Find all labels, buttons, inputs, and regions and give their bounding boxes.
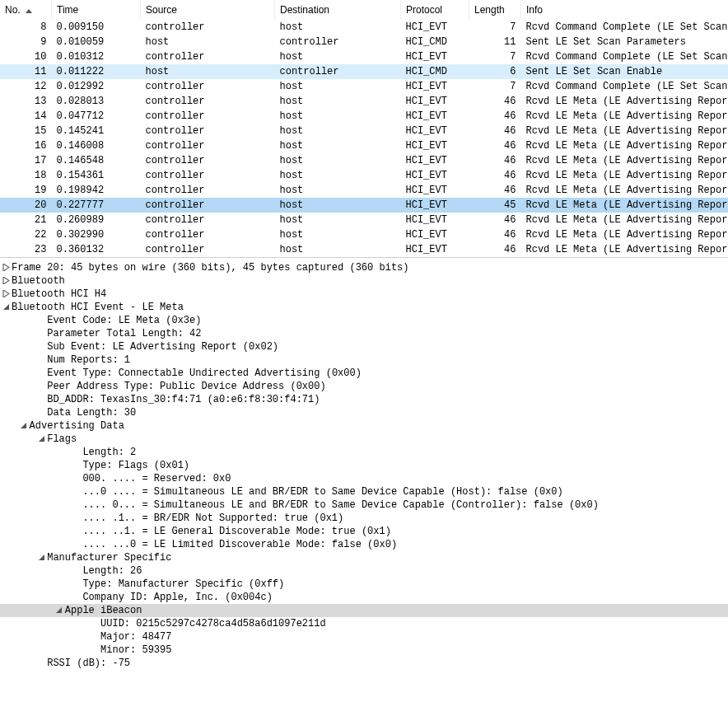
cell-protocol: HCI_EVT [401, 20, 469, 35]
cell-protocol: HCI_EVT [401, 242, 469, 257]
cell-time: 0.146548 [52, 153, 141, 168]
chevron-down-icon[interactable] [54, 604, 65, 617]
tree-leaf: UUID: 0215c5297c4278ca4d58a6d1097e211d [0, 617, 728, 630]
tree-leaf: .... ...0 = LE Limited Discoverable Mode… [0, 538, 728, 551]
cell-destination: host [275, 79, 401, 94]
tree-leaf: BD_ADDR: TexasIns_30:f4:71 (a0:e6:f8:30:… [0, 393, 728, 406]
chevron-down-icon[interactable] [35, 551, 47, 564]
cell-no: 19 [0, 183, 52, 198]
packet-row[interactable]: 150.145241controllerhostHCI_EVT46Rcvd LE… [0, 124, 728, 138]
packet-row[interactable]: 130.028013controllerhostHCI_EVT46Rcvd LE… [0, 94, 728, 109]
cell-length: 46 [469, 183, 521, 198]
tree-branch[interactable]: Bluetooth HCI H4 [0, 288, 728, 301]
tree-label: Num Reports: 1 [47, 354, 130, 366]
packet-row[interactable]: 230.360132controllerhostHCI_EVT46Rcvd LE… [0, 242, 728, 257]
tree-leaf: Length: 2 [0, 446, 728, 459]
cell-protocol: HCI_EVT [401, 138, 469, 153]
packet-row[interactable]: 190.198942controllerhostHCI_EVT46Rcvd LE… [0, 183, 728, 198]
cell-destination: host [275, 242, 401, 257]
tree-branch[interactable]: Bluetooth [0, 274, 728, 288]
packet-row[interactable]: 210.260989controllerhostHCI_EVT46Rcvd LE… [0, 213, 728, 227]
chevron-right-icon[interactable] [0, 261, 12, 274]
cell-destination: controller [275, 35, 401, 49]
cell-no: 20 [0, 198, 52, 213]
packet-row[interactable]: 90.010059hostcontrollerHCI_CMD11Sent LE … [0, 35, 728, 49]
tree-branch[interactable]: Flags [0, 433, 728, 446]
tree-branch[interactable]: Apple iBeacon [0, 604, 728, 617]
packet-details-pane[interactable]: Frame 20: 45 bytes on wire (360 bits), 4… [0, 258, 728, 673]
tree-branch[interactable]: Advertising Data [0, 419, 728, 433]
tree-branch[interactable]: Bluetooth HCI Event - LE Meta [0, 301, 728, 314]
tree-leaf: .... ..1. = LE General Discoverable Mode… [0, 525, 728, 538]
tree-label: Peer Address Type: Public Device Address… [47, 381, 325, 392]
cell-no: 16 [0, 138, 52, 153]
cell-length: 45 [469, 198, 521, 213]
tree-label: .... .1.. = BR/EDR Not Supported: true (… [82, 512, 343, 524]
chevron-down-icon[interactable] [18, 419, 30, 433]
cell-protocol: HCI_EVT [401, 227, 469, 242]
cell-time: 0.227777 [52, 198, 141, 213]
cell-source: controller [141, 183, 275, 198]
cell-source: controller [141, 198, 275, 213]
cell-source: host [141, 64, 275, 79]
chevron-down-icon[interactable] [35, 433, 47, 446]
tree-label: Flags [47, 433, 77, 445]
tree-label: Parameter Total Length: 42 [47, 328, 201, 339]
cell-no: 12 [0, 79, 52, 94]
packet-row[interactable]: 220.302990controllerhostHCI_EVT46Rcvd LE… [0, 227, 728, 242]
chevron-down-icon[interactable] [0, 301, 12, 314]
tree-label: ...0 .... = Simultaneous LE and BR/EDR t… [82, 486, 562, 498]
packet-row[interactable]: 160.146008controllerhostHCI_EVT46Rcvd LE… [0, 138, 728, 153]
tree-label: Bluetooth [12, 275, 65, 287]
cell-no: 23 [0, 242, 52, 257]
cell-time: 0.302990 [52, 227, 141, 242]
tree-label: Minor: 59395 [100, 644, 171, 656]
tree-label: Sub Event: LE Advertising Report (0x02) [47, 341, 278, 353]
column-header-no[interactable]: No. [0, 0, 52, 20]
cell-time: 0.012992 [52, 79, 141, 94]
tree-branch[interactable]: Frame 20: 45 bytes on wire (360 bits), 4… [0, 261, 728, 274]
tree-leaf: .... .1.. = BR/EDR Not Supported: true (… [0, 512, 728, 525]
packet-row[interactable]: 170.146548controllerhostHCI_EVT46Rcvd LE… [0, 153, 728, 168]
tree-branch[interactable]: Manufacturer Specific [0, 551, 728, 564]
cell-info: Rcvd LE Meta (LE Advertising Report) [521, 183, 729, 198]
packet-row[interactable]: 180.154361controllerhostHCI_EVT46Rcvd LE… [0, 168, 728, 183]
packet-row[interactable]: 110.011222hostcontrollerHCI_CMD6Sent LE … [0, 64, 728, 79]
cell-protocol: HCI_EVT [401, 168, 469, 183]
column-header-time[interactable]: Time [52, 0, 141, 20]
packet-row[interactable]: 200.227777controllerhostHCI_EVT45Rcvd LE… [0, 198, 728, 213]
column-header-destination[interactable]: Destination [275, 0, 401, 20]
tree-label: Data Length: 30 [47, 407, 136, 419]
cell-source: controller [141, 79, 275, 94]
packet-row[interactable]: 80.009150controllerhostHCI_EVT7Rcvd Comm… [0, 20, 728, 35]
cell-info: Rcvd LE Meta (LE Advertising Report) [521, 198, 729, 213]
cell-time: 0.198942 [52, 183, 141, 198]
cell-protocol: HCI_EVT [401, 198, 469, 213]
column-header-info[interactable]: Info [521, 0, 729, 20]
cell-protocol: HCI_EVT [401, 94, 469, 109]
cell-source: controller [141, 49, 275, 64]
cell-info: Rcvd LE Meta (LE Advertising Report) [521, 227, 729, 242]
cell-length: 11 [469, 35, 521, 49]
column-header-length[interactable]: Length [469, 0, 521, 20]
cell-no: 18 [0, 168, 52, 183]
cell-destination: host [275, 183, 401, 198]
cell-length: 7 [469, 49, 521, 64]
cell-info: Rcvd Command Complete (LE Set Scan Enabl… [521, 79, 729, 94]
cell-source: host [141, 35, 275, 49]
cell-protocol: HCI_EVT [401, 183, 469, 198]
tree-label: Frame 20: 45 bytes on wire (360 bits), 4… [12, 262, 408, 274]
packet-row[interactable]: 140.047712controllerhostHCI_EVT46Rcvd LE… [0, 109, 728, 124]
chevron-right-icon[interactable] [0, 274, 12, 288]
packet-row[interactable]: 100.010312controllerhostHCI_EVT7Rcvd Com… [0, 49, 728, 64]
tree-leaf: 000. .... = Reserved: 0x0 [0, 472, 728, 485]
chevron-right-icon[interactable] [0, 288, 12, 301]
tree-label: Length: 26 [82, 565, 142, 577]
packet-row[interactable]: 120.012992controllerhostHCI_EVT7Rcvd Com… [0, 79, 728, 94]
column-header-source[interactable]: Source [141, 0, 275, 20]
cell-info: Rcvd LE Meta (LE Advertising Report) [521, 242, 729, 257]
cell-info: Rcvd LE Meta (LE Advertising Report) [521, 138, 729, 153]
packet-list-pane[interactable]: No.TimeSourceDestinationProtocolLengthIn… [0, 0, 728, 258]
column-header-protocol[interactable]: Protocol [401, 0, 469, 20]
cell-time: 0.011222 [52, 64, 141, 79]
